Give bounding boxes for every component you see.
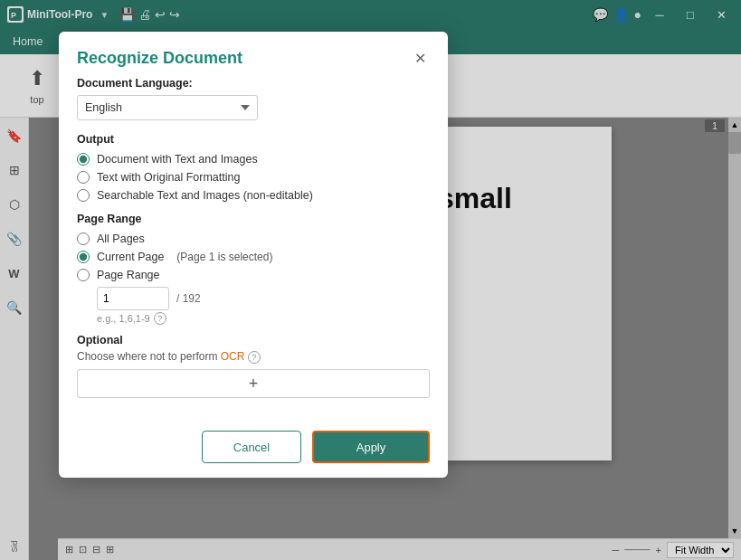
dialog-footer: Cancel Apply: [59, 422, 448, 478]
dialog-overlay: Recognize Document ✕ Document Language: …: [0, 0, 741, 560]
optional-hint-icon[interactable]: ?: [248, 351, 261, 364]
page-range-radio-current[interactable]: [77, 251, 90, 263]
page-range-custom-label: Page Range: [97, 269, 160, 281]
output-option-doc[interactable]: Document with Text and Images: [77, 153, 430, 166]
output-option-searchable-label: Searchable Text and Images (non-editable…: [97, 189, 313, 202]
output-radio-doc[interactable]: [77, 153, 90, 166]
page-range-section: Page Range All Pages Current Page (Page …: [77, 213, 430, 325]
page-range-total: / 192: [176, 292, 201, 305]
current-page-note: (Page 1 is selected): [176, 251, 272, 263]
apply-button[interactable]: Apply: [312, 431, 430, 463]
optional-desc: Choose where not to perform OCR ?: [77, 350, 430, 364]
page-range-current-page[interactable]: Current Page (Page 1 is selected): [77, 251, 430, 263]
output-label: Output: [77, 133, 430, 146]
optional-section: Optional Choose where not to perform OCR…: [77, 334, 430, 398]
output-option-text[interactable]: Text with Original Formatting: [77, 171, 430, 184]
page-range-all-pages[interactable]: All Pages: [77, 233, 430, 245]
dialog-body: Document Language: English French German…: [59, 77, 448, 422]
page-range-label: Page Range: [77, 213, 430, 225]
page-range-all-label: All Pages: [97, 233, 145, 245]
language-label: Document Language:: [77, 77, 430, 90]
optional-add-icon: +: [249, 375, 259, 394]
page-range-input-row: / 192: [97, 287, 430, 310]
page-range-hint-row: e.g., 1,6,1-9 ?: [97, 312, 430, 325]
language-select[interactable]: English French German Spanish: [77, 95, 258, 120]
output-section: Output Document with Text and Images Tex…: [77, 133, 430, 202]
output-radio-text[interactable]: [77, 171, 90, 184]
language-section: Document Language: English French German…: [77, 77, 430, 133]
recognize-document-dialog: Recognize Document ✕ Document Language: …: [59, 32, 448, 478]
dialog-close-button[interactable]: ✕: [410, 48, 430, 68]
output-radio-searchable[interactable]: [77, 189, 90, 202]
page-range-input[interactable]: [97, 287, 169, 310]
output-option-searchable[interactable]: Searchable Text and Images (non-editable…: [77, 189, 430, 202]
page-range-radio-custom[interactable]: [77, 269, 90, 281]
output-option-text-label: Text with Original Formatting: [97, 171, 240, 184]
dialog-title: Recognize Document: [77, 49, 242, 68]
optional-desc-text: Choose where not to perform: [77, 350, 221, 363]
page-range-hint-text: e.g., 1,6,1-9: [97, 313, 150, 324]
page-range-radio-all[interactable]: [77, 233, 90, 245]
page-range-custom[interactable]: Page Range: [77, 269, 430, 281]
optional-add-box[interactable]: +: [77, 369, 430, 398]
dialog-header: Recognize Document ✕: [59, 32, 448, 77]
page-range-current-label: Current Page: [97, 251, 164, 263]
ocr-link[interactable]: OCR: [221, 350, 245, 363]
cancel-button[interactable]: Cancel: [202, 431, 301, 463]
output-option-doc-label: Document with Text and Images: [97, 153, 258, 166]
hint-icon[interactable]: ?: [154, 312, 166, 325]
optional-label: Optional: [77, 334, 430, 346]
